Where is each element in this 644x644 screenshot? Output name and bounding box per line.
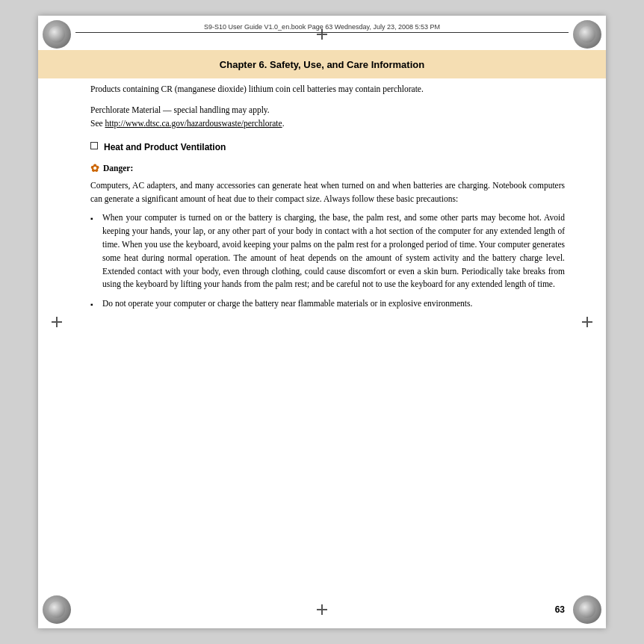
- section-bullet-icon: [90, 142, 98, 149]
- corner-bl: [43, 595, 71, 624]
- para2-line2-prefix: See: [90, 119, 105, 128]
- bullet-list: When your computer is turned on or the b…: [90, 211, 565, 311]
- perchlorate-link[interactable]: http://www.dtsc.ca.gov/hazardouswaste/pe…: [105, 119, 282, 128]
- document-page: S9-S10 User Guide V1.0_en.book Page 63 W…: [38, 16, 606, 628]
- corner-tl: [43, 20, 71, 49]
- bullet-1-text: When your computer is turned on or the b…: [102, 211, 565, 291]
- bullet-item-1: When your computer is turned on or the b…: [90, 211, 565, 291]
- page-number: 63: [555, 604, 565, 615]
- bullet-2-text: Do not operate your computer or charge t…: [102, 297, 472, 311]
- danger-body-text: Computers, AC adapters, and many accesso…: [90, 179, 565, 206]
- danger-block: ✿ Danger: Computers, AC adapters, and ma…: [90, 161, 565, 205]
- crosshair-bottom: [317, 604, 327, 615]
- danger-label: ✿ Danger:: [90, 161, 565, 177]
- para2-period: .: [282, 119, 285, 128]
- danger-sun-icon: ✿: [90, 161, 99, 177]
- bullet-item-2: Do not operate your computer or charge t…: [90, 297, 565, 311]
- crosshair-right: [582, 317, 592, 327]
- section-heading-text: Heat and Product Ventilation: [104, 140, 226, 155]
- paragraph-2: Perchlorate Material — special handling …: [90, 104, 565, 131]
- corner-tr: [573, 20, 601, 49]
- content-area: Products containing CR (manganese dioxid…: [90, 83, 565, 591]
- paragraph-1: Products containing CR (manganese dioxid…: [90, 83, 565, 96]
- corner-br: [573, 595, 601, 624]
- danger-label-text: Danger:: [103, 162, 133, 176]
- para2-line1: Perchlorate Material — special handling …: [90, 105, 270, 114]
- chapter-title: Chapter 6. Safety, Use, and Care Informa…: [220, 59, 424, 70]
- crosshair-left: [52, 317, 62, 327]
- file-header-text: S9-S10 User Guide V1.0_en.book Page 63 W…: [204, 23, 440, 31]
- chapter-banner: Chapter 6. Safety, Use, and Care Informa…: [38, 50, 606, 78]
- section-heading-heat: Heat and Product Ventilation: [90, 140, 565, 155]
- file-header: S9-S10 User Guide V1.0_en.book Page 63 W…: [75, 23, 569, 33]
- para1-text: Products containing CR (manganese dioxid…: [90, 84, 424, 93]
